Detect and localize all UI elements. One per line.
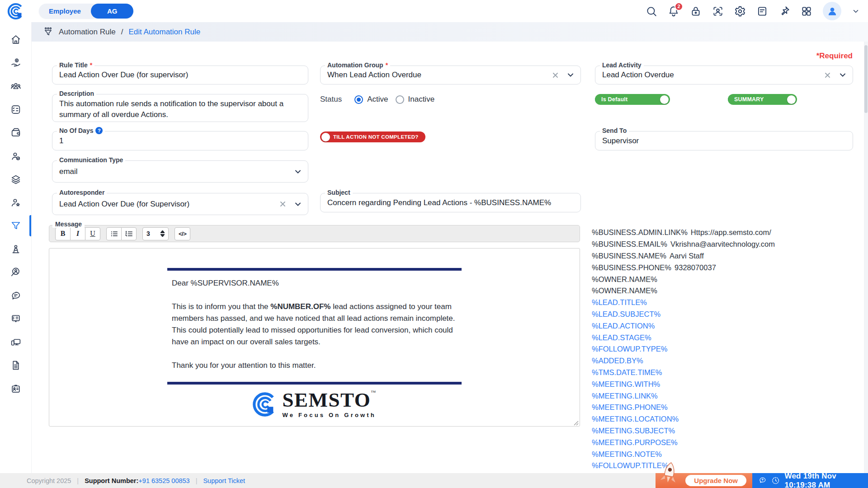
- message-toolbar: B I U 3 </>: [49, 225, 580, 242]
- numbered-list-button[interactable]: [121, 227, 137, 240]
- description-field[interactable]: Description This automation rule sends a…: [52, 94, 308, 122]
- edit-automation-rule-form: *Required Rule Title* Lead Action Over D…: [32, 42, 868, 473]
- variable-token-link[interactable]: %LEAD.STAGE%: [592, 332, 863, 343]
- variable-token-link[interactable]: %LEAD.SUBJECT%: [592, 309, 863, 320]
- support-ticket-link[interactable]: Support Ticket: [203, 477, 245, 484]
- no-of-days-field[interactable]: No Of Days? 1: [52, 131, 308, 150]
- resize-handle[interactable]: [573, 419, 579, 425]
- notes-icon[interactable]: [756, 5, 768, 17]
- sidebar-item-team[interactable]: [10, 80, 21, 92]
- arrow-down-icon: [160, 234, 165, 237]
- sidebar-item-chat[interactable]: [10, 290, 21, 301]
- scrollbar-thumb[interactable]: [864, 45, 868, 113]
- chevron-down-icon[interactable]: [294, 201, 302, 208]
- help-icon[interactable]: ?: [95, 127, 103, 134]
- variable-token-link[interactable]: %TMS.DATE.TIME%: [592, 367, 863, 379]
- sidebar-item-user-verified[interactable]: [10, 150, 21, 162]
- sidebar-item-devices[interactable]: [10, 337, 21, 348]
- lead-activity-select[interactable]: Lead Activity Lead Action Overdue: [595, 66, 853, 84]
- variable-token-link[interactable]: %LEAD.ACTION%: [592, 320, 863, 332]
- sidebar-item-wallet[interactable]: [10, 127, 21, 138]
- variable-token-link[interactable]: %MEETING.LOCATION%: [592, 413, 863, 425]
- email-bottom-rule: [167, 382, 462, 385]
- status-option-inactive[interactable]: Inactive: [396, 95, 435, 104]
- status-radio-group: Status Active Inactive: [320, 95, 434, 104]
- variable-token-link[interactable]: %MEETING.LINK%: [592, 390, 863, 402]
- chat-help-icon[interactable]: [758, 475, 767, 486]
- clear-icon[interactable]: [279, 201, 286, 207]
- sidebar-item-id-card[interactable]: [10, 383, 21, 394]
- chevron-down-icon[interactable]: [294, 168, 302, 175]
- variable-token-link[interactable]: %MEETING.PHONE%: [592, 402, 863, 413]
- description-value: This automation rule sends a notificatio…: [59, 99, 302, 120]
- sidebar-item-home[interactable]: [10, 34, 21, 45]
- workspace-toggle-badge[interactable]: AG: [91, 4, 134, 19]
- radio-inactive-icon[interactable]: [396, 95, 404, 104]
- sidebar-item-earnings[interactable]: [10, 57, 21, 69]
- pin-icon[interactable]: [778, 5, 790, 17]
- clear-icon[interactable]: [552, 72, 559, 79]
- stepper-arrows[interactable]: [160, 230, 165, 237]
- sidebar-item-layers[interactable]: [10, 174, 21, 185]
- sidebar-item-tasks[interactable]: [10, 104, 21, 115]
- variable-token-link[interactable]: %MEETING.WITH%: [592, 378, 863, 390]
- workspace-toggle-employee[interactable]: Employee: [39, 7, 91, 15]
- variable-token-link[interactable]: %FOLLOWUP.TITLE%: [592, 460, 863, 472]
- breadcrumb-section[interactable]: Automation Rule: [59, 28, 116, 37]
- apps-grid-icon[interactable]: [801, 5, 812, 17]
- face-scan-icon[interactable]: [712, 5, 724, 17]
- variable-item: %BUSINESS.EMAIL%Vkrishna@aarvitechnology…: [592, 239, 863, 250]
- variable-token-link[interactable]: %LEAD.TITLE%: [592, 297, 863, 309]
- sidebar-nav: [0, 22, 32, 473]
- app-logo[interactable]: [0, 0, 32, 22]
- sidebar-item-feedback[interactable]: [10, 313, 21, 324]
- till-action-not-completed-toggle[interactable]: TILL ACTION NOT COMPLETED?: [320, 131, 425, 142]
- sidebar-item-front-desk[interactable]: [10, 244, 21, 255]
- variable-token-link[interactable]: %MEETING.PURPOSE%: [592, 436, 863, 448]
- upgrade-now-button[interactable]: Upgrade Now: [685, 475, 746, 486]
- sidebar-item-user-star[interactable]: [10, 197, 21, 208]
- datetime-bar: Wed 19th Nov 10:19:38 AM: [752, 473, 868, 488]
- bold-button[interactable]: B: [55, 227, 71, 240]
- chevron-down-icon[interactable]: [839, 71, 846, 79]
- radio-active-icon[interactable]: [354, 95, 363, 104]
- message-editor-area[interactable]: Dear %SUPERVISOR.NAME% This is to inform…: [49, 248, 580, 427]
- variable-token-link[interactable]: %FOLLOWUP.TYPE%: [592, 343, 863, 355]
- profile-chevron-down-icon[interactable]: [852, 7, 860, 15]
- status-option-active[interactable]: Active: [354, 95, 388, 104]
- sidebar-item-user-search[interactable]: [10, 267, 21, 278]
- page-scrollbar[interactable]: [864, 42, 868, 473]
- communication-type-select[interactable]: Communication Type email: [52, 160, 308, 183]
- gear-icon[interactable]: [734, 5, 746, 17]
- variable-token-link[interactable]: %ADDED.BY%: [592, 355, 863, 367]
- subject-field[interactable]: Subject Concern regarding Pending Lead A…: [320, 193, 581, 212]
- italic-button[interactable]: I: [70, 227, 85, 240]
- variable-token-link[interactable]: %MEETING.SUBJECT%: [592, 425, 863, 437]
- send-to-field[interactable]: Send To Supervisor: [595, 131, 853, 150]
- sidebar-item-automation[interactable]: [10, 220, 21, 231]
- variable-token-link[interactable]: %MEETING.NOTE%: [592, 448, 863, 460]
- search-icon[interactable]: [646, 5, 657, 17]
- support-number-link[interactable]: +91 63525 00853: [138, 477, 189, 484]
- footer-divider: |: [77, 477, 79, 484]
- avatar[interactable]: [823, 2, 841, 20]
- bell-icon[interactable]: 2: [668, 5, 679, 17]
- semsto-logo-icon: [252, 392, 278, 417]
- lock-icon[interactable]: [690, 5, 702, 17]
- rule-title-field[interactable]: Rule Title* Lead Action Over Due (for su…: [52, 66, 308, 84]
- sidebar-item-documents[interactable]: [10, 360, 21, 371]
- font-size-stepper[interactable]: 3: [142, 227, 169, 240]
- sidebar-active-indicator: [29, 215, 31, 236]
- bullet-list-button[interactable]: [106, 227, 122, 240]
- underline-button[interactable]: U: [85, 227, 100, 240]
- workspace-toggle[interactable]: Employee AG: [39, 4, 133, 19]
- autoresponder-select[interactable]: Autoresponder Lead Action Over Due (for …: [52, 193, 308, 215]
- text-style-group: B I U: [55, 227, 100, 240]
- chevron-down-icon[interactable]: [567, 71, 574, 79]
- automation-group-select[interactable]: Automation Group* When Lead Action Overd…: [320, 66, 581, 84]
- is-default-toggle[interactable]: Is Default: [595, 94, 670, 105]
- clear-icon[interactable]: [824, 72, 831, 79]
- copyright-text: Copyright 2025: [27, 477, 71, 484]
- code-view-button[interactable]: </>: [175, 227, 190, 240]
- summary-toggle[interactable]: SUMMARY: [728, 94, 797, 105]
